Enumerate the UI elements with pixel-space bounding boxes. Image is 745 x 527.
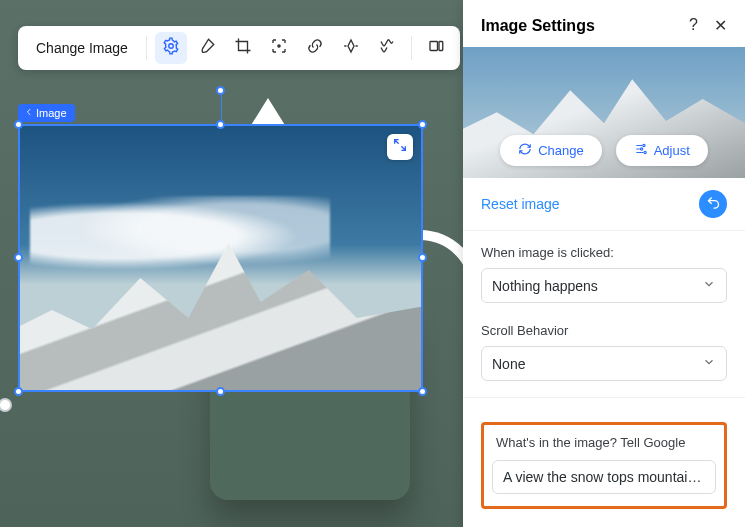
rotate-stem	[221, 92, 222, 120]
crop-button[interactable]	[227, 32, 259, 64]
mask-button[interactable]	[371, 32, 403, 64]
adjust-button[interactable]: Adjust	[616, 135, 708, 166]
link-button[interactable]	[299, 32, 331, 64]
image-content-cloud	[30, 196, 330, 276]
scroll-behavior-label: Scroll Behavior	[481, 323, 727, 338]
crop-icon	[234, 37, 252, 59]
resize-handle-br[interactable]	[418, 387, 427, 396]
toolbar-separator	[411, 36, 412, 60]
image-toolbar: Change Image	[18, 26, 460, 70]
close-button[interactable]: ✕	[714, 16, 727, 35]
chevron-down-icon	[702, 355, 716, 372]
scroll-behavior-select[interactable]: None	[481, 346, 727, 381]
undo-icon	[706, 195, 721, 214]
resize-handle-bm[interactable]	[216, 387, 225, 396]
divider	[463, 397, 745, 398]
svg-point-1	[278, 45, 280, 47]
resize-handle-bl[interactable]	[14, 387, 23, 396]
scroll-behavior-value: None	[492, 356, 525, 372]
animation-button[interactable]	[335, 32, 367, 64]
panel-header: Image Settings ? ✕	[463, 0, 745, 47]
toolbar-separator	[146, 36, 147, 60]
focal-point-icon	[270, 37, 288, 59]
help-icon: ?	[689, 16, 698, 33]
alt-text-input[interactable]: A view the snow tops mountais, ever…	[492, 460, 716, 494]
resize-handle-tm[interactable]	[216, 120, 225, 129]
resize-handle-tl[interactable]	[14, 120, 23, 129]
image-settings-panel: Image Settings ? ✕ Change Adjust Reset i…	[463, 0, 745, 527]
chevron-down-icon	[702, 277, 716, 294]
breadcrumb-label: Image	[36, 107, 67, 119]
click-behavior-value: Nothing happens	[492, 278, 598, 294]
link-icon	[306, 37, 324, 59]
expand-icon	[392, 137, 408, 157]
focal-point-button[interactable]	[263, 32, 295, 64]
close-icon: ✕	[714, 17, 727, 34]
svg-rect-2	[430, 42, 438, 51]
change-button[interactable]: Change	[500, 135, 602, 166]
expand-button[interactable]	[387, 134, 413, 160]
panel-title: Image Settings	[481, 17, 595, 35]
svg-point-5	[640, 148, 642, 150]
rotate-handle[interactable]	[216, 86, 225, 95]
resize-handle-mr[interactable]	[418, 253, 427, 262]
reset-image-button[interactable]	[699, 190, 727, 218]
gear-icon	[162, 37, 180, 59]
svg-point-6	[644, 152, 646, 154]
click-behavior-label: When image is clicked:	[481, 245, 727, 260]
click-behavior-section: When image is clicked: Nothing happens	[463, 231, 745, 309]
breadcrumb[interactable]: Image	[18, 104, 75, 122]
resize-handle-ml[interactable]	[14, 253, 23, 262]
adjust-button-label: Adjust	[654, 143, 690, 158]
image-preview: Change Adjust	[463, 47, 745, 178]
stretch-icon	[427, 37, 445, 59]
alt-text-label: What's in the image? Tell Google	[496, 435, 712, 450]
animation-icon	[342, 37, 360, 59]
stretch-button[interactable]	[420, 32, 452, 64]
chevron-left-icon	[24, 107, 34, 119]
change-button-label: Change	[538, 143, 584, 158]
help-button[interactable]: ?	[689, 16, 698, 35]
svg-point-0	[169, 44, 174, 49]
design-button[interactable]	[155, 32, 187, 64]
mask-icon	[378, 37, 396, 59]
reset-row: Reset image	[463, 178, 745, 231]
change-image-button[interactable]: Change Image	[26, 34, 138, 62]
selected-image[interactable]	[18, 124, 423, 392]
scroll-behavior-section: Scroll Behavior None	[463, 309, 745, 387]
filters-button[interactable]	[191, 32, 223, 64]
refresh-icon	[518, 142, 532, 159]
brush-icon	[198, 37, 216, 59]
svg-rect-3	[439, 42, 443, 51]
svg-point-4	[642, 145, 644, 147]
resize-handle-tr[interactable]	[418, 120, 427, 129]
alt-text-highlight: What's in the image? Tell Google A view …	[481, 422, 727, 509]
alt-text-section: What's in the image? Tell Google A view …	[463, 408, 745, 527]
sliders-icon	[634, 142, 648, 159]
click-behavior-select[interactable]: Nothing happens	[481, 268, 727, 303]
reset-image-link[interactable]: Reset image	[481, 196, 560, 212]
